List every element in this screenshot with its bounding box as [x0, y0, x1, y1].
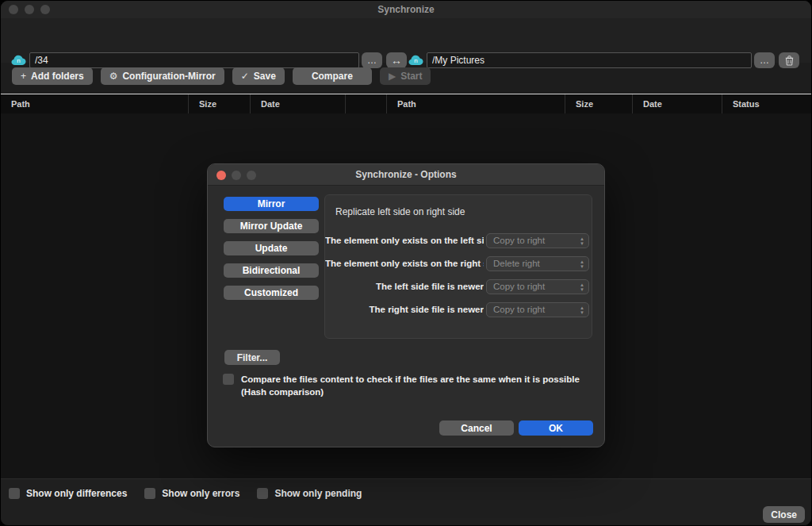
- add-folders-button[interactable]: + Add folders: [12, 67, 93, 85]
- close-button[interactable]: Close: [763, 506, 805, 523]
- dialog-zoom-icon[interactable]: [247, 171, 256, 180]
- compare-label: Compare: [312, 71, 353, 82]
- right-newer-action-select[interactable]: Copy to right ▲▼: [486, 302, 589, 317]
- left-only-action-select[interactable]: Copy to right ▲▼: [486, 233, 589, 248]
- select-chevrons-icon: ▲▼: [580, 282, 584, 292]
- mode-mirror-update-button[interactable]: Mirror Update: [224, 219, 319, 233]
- show-only-differences-checkbox[interactable]: Show only differences: [9, 488, 127, 499]
- swap-arrows-icon: ↔: [391, 54, 402, 67]
- dialog-minimize-icon[interactable]: [232, 171, 241, 180]
- sync-mode-buttons: Mirror Mirror Update Update Bidirectiona…: [224, 197, 319, 300]
- show-only-pending-checkbox[interactable]: Show only pending: [257, 488, 362, 499]
- delete-pair-button[interactable]: [779, 52, 799, 68]
- select-chevrons-icon: ▲▼: [580, 236, 584, 246]
- main-titlebar: Synchronize: [1, 1, 811, 18]
- selected-option: Copy to right: [493, 282, 545, 291]
- filter-button[interactable]: Filter...: [224, 350, 280, 365]
- dialog-titlebar: Synchronize - Options: [208, 164, 604, 186]
- save-button[interactable]: ✓ Save: [232, 67, 285, 85]
- selected-option: Copy to right: [493, 236, 545, 245]
- column-header-status[interactable]: Status: [722, 94, 811, 113]
- mode-description: Replicate left side on right side: [335, 206, 465, 217]
- select-chevrons-icon: ▲▼: [580, 305, 584, 315]
- dialog-actions: Cancel OK: [208, 420, 604, 436]
- rule-row: The left side file is newer Copy to righ…: [325, 279, 592, 294]
- checkbox-icon: [223, 374, 234, 385]
- select-chevrons-icon: ▲▼: [580, 259, 584, 269]
- rule-label: The element only exists on the left si: [325, 233, 484, 248]
- hash-comparison-label: Compare the files content to check if th…: [241, 374, 587, 398]
- selected-option: Delete right: [493, 259, 540, 268]
- column-header-size-right[interactable]: Size: [565, 94, 633, 113]
- check-icon: ✓: [241, 71, 249, 82]
- show-only-differences-label: Show only differences: [26, 488, 127, 499]
- mode-mirror-button[interactable]: Mirror: [224, 197, 319, 211]
- dialog-window-controls: [216, 171, 256, 180]
- show-only-errors-label: Show only errors: [162, 488, 239, 499]
- rule-row: The element only exists on the left si C…: [325, 233, 592, 248]
- close-window-icon[interactable]: [9, 5, 18, 14]
- options-dialog: Synchronize - Options Mirror Mirror Upda…: [207, 163, 605, 447]
- filter-checkboxes: Show only differences Show only errors S…: [9, 488, 362, 499]
- column-header-action[interactable]: [346, 94, 387, 113]
- svg-text:n: n: [414, 57, 417, 64]
- checkbox-icon: [257, 488, 268, 499]
- swap-sides-button[interactable]: ↔: [386, 52, 407, 68]
- synchronize-window: Synchronize n … ↔ n … + Add folders: [0, 0, 812, 526]
- checkbox-icon: [144, 488, 155, 499]
- start-label: Start: [400, 71, 422, 82]
- rule-label: The element only exists on the right s: [325, 256, 484, 271]
- mode-bidirectional-button[interactable]: Bidirectional: [224, 263, 319, 278]
- footer-bar: Show only differences Show only errors S…: [1, 478, 811, 525]
- configuration-mirror-label: Configuration-Mirror: [122, 71, 215, 82]
- svg-text:n: n: [17, 57, 20, 64]
- paths-row: n … ↔ n …: [1, 18, 811, 63]
- window-controls: [9, 5, 50, 14]
- right-path-input[interactable]: [427, 52, 752, 68]
- left-browse-button[interactable]: …: [362, 52, 382, 68]
- hash-comparison-checkbox[interactable]: Compare the files content to check if th…: [223, 374, 588, 398]
- show-only-pending-label: Show only pending: [274, 488, 362, 499]
- rule-label: The left side file is newer: [325, 279, 484, 294]
- cancel-button[interactable]: Cancel: [439, 420, 514, 436]
- start-button[interactable]: ▶ Start: [380, 67, 431, 85]
- column-header-path-right[interactable]: Path: [387, 94, 565, 113]
- checkbox-icon: [9, 488, 20, 499]
- add-folders-label: Add folders: [31, 71, 84, 82]
- show-only-errors-checkbox[interactable]: Show only errors: [144, 488, 239, 499]
- column-header-path-left[interactable]: Path: [1, 94, 189, 113]
- mode-update-button[interactable]: Update: [224, 241, 319, 255]
- zoom-window-icon[interactable]: [40, 5, 50, 14]
- gear-icon: ⚙: [109, 71, 118, 82]
- dialog-close-icon[interactable]: [216, 171, 226, 180]
- rule-row: The right side file is newer Copy to rig…: [325, 302, 592, 317]
- right-only-action-select[interactable]: Delete right ▲▼: [486, 256, 589, 271]
- selected-option: Copy to right: [493, 305, 545, 314]
- table-header: Path Size Date Path Size Date Status: [1, 94, 811, 113]
- dialog-title: Synchronize - Options: [355, 169, 456, 180]
- left-cloud-icon: n: [11, 55, 26, 65]
- rule-row: The element only exists on the right s D…: [325, 256, 592, 271]
- column-header-size-left[interactable]: Size: [189, 94, 251, 113]
- trash-icon: [785, 56, 794, 66]
- rule-label: The right side file is newer: [325, 302, 484, 317]
- configuration-mirror-button[interactable]: ⚙ Configuration-Mirror: [101, 67, 224, 85]
- ok-button[interactable]: OK: [519, 420, 593, 436]
- left-newer-action-select[interactable]: Copy to right ▲▼: [486, 279, 589, 294]
- save-label: Save: [254, 71, 276, 82]
- mode-customized-button[interactable]: Customized: [224, 286, 319, 300]
- mode-detail-panel: Replicate left side on right side The el…: [324, 194, 592, 339]
- main-toolbar: + Add folders ⚙ Configuration-Mirror ✓ S…: [12, 67, 431, 85]
- compare-button[interactable]: Compare: [293, 67, 372, 85]
- right-cloud-icon: n: [408, 55, 423, 65]
- right-browse-button[interactable]: …: [754, 52, 775, 68]
- play-icon: ▶: [389, 71, 396, 82]
- column-header-date-right[interactable]: Date: [633, 94, 722, 113]
- plus-icon: +: [21, 71, 26, 82]
- window-title: Synchronize: [377, 4, 434, 15]
- left-path-input[interactable]: [29, 52, 359, 68]
- column-header-date-left[interactable]: Date: [251, 94, 346, 113]
- minimize-window-icon[interactable]: [25, 5, 34, 14]
